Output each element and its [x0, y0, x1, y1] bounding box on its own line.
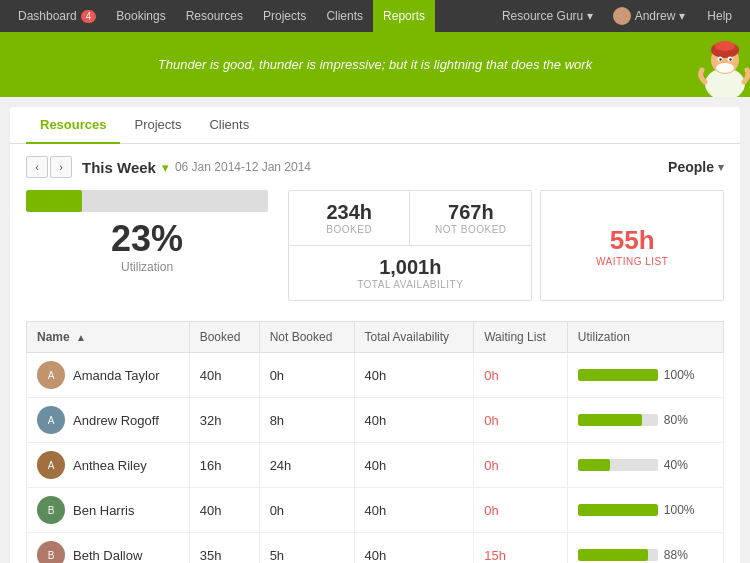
sort-icon: ▲	[76, 332, 86, 343]
svg-point-3	[715, 41, 735, 51]
cell-waiting: 0h	[474, 443, 568, 488]
cell-not-booked: 0h	[259, 488, 354, 533]
utilization-label: Utilization	[26, 260, 268, 274]
table-row: A Andrew Rogoff 32h 8h 40h 0h 80%	[27, 398, 724, 443]
util-pct-label: 88%	[664, 548, 688, 562]
cell-util: 100%	[567, 488, 723, 533]
util-pct-label: 40%	[664, 458, 688, 472]
prev-week-button[interactable]: ‹	[26, 156, 48, 178]
table-row: A Anthea Riley 16h 24h 40h 0h 40%	[27, 443, 724, 488]
tab-resources[interactable]: Resources	[26, 107, 120, 144]
resources-table-wrapper: Name ▲ Booked Not Booked Total Availabil…	[26, 321, 724, 563]
table-row: A Amanda Taylor 40h 0h 40h 0h 100%	[27, 353, 724, 398]
col-util[interactable]: Utilization	[567, 322, 723, 353]
person-name: Ben Harris	[73, 503, 134, 518]
cell-name: B Ben Harris	[27, 488, 190, 533]
cell-total: 40h	[354, 353, 474, 398]
people-dropdown-arrow: ▾	[718, 161, 724, 174]
booked-value: 234h	[303, 201, 395, 224]
cell-booked: 40h	[189, 488, 259, 533]
tab-clients[interactable]: Clients	[195, 107, 263, 144]
util-bar-fill	[578, 549, 648, 561]
cell-waiting: 0h	[474, 353, 568, 398]
util-bar-fill	[578, 369, 658, 381]
util-pct-label: 80%	[664, 413, 688, 427]
next-week-button[interactable]: ›	[50, 156, 72, 178]
util-bar-track	[578, 504, 658, 516]
user-menu[interactable]: Andrew ▾	[605, 7, 694, 25]
not-booked-label: NOT BOOKED	[424, 224, 517, 235]
cell-booked: 35h	[189, 533, 259, 564]
cell-not-booked: 8h	[259, 398, 354, 443]
week-dropdown[interactable]: ▾	[162, 160, 169, 175]
col-total[interactable]: Total Availability	[354, 322, 474, 353]
utilization-percent: 23%	[26, 218, 268, 260]
svg-point-7	[729, 58, 731, 60]
cell-booked: 40h	[189, 353, 259, 398]
col-waiting[interactable]: Waiting List	[474, 322, 568, 353]
nav-clients[interactable]: Clients	[316, 0, 373, 32]
cell-util: 80%	[567, 398, 723, 443]
nav-reports[interactable]: Reports	[373, 0, 435, 32]
person-name: Anthea Riley	[73, 458, 147, 473]
cell-name: A Amanda Taylor	[27, 353, 190, 398]
resources-table: Name ▲ Booked Not Booked Total Availabil…	[26, 321, 724, 563]
nav-projects[interactable]: Projects	[253, 0, 316, 32]
cell-waiting: 0h	[474, 488, 568, 533]
table-row: B Beth Dallow 35h 5h 40h 15h 88%	[27, 533, 724, 564]
cell-util: 40%	[567, 443, 723, 488]
banner: Thunder is good, thunder is impressive; …	[0, 32, 750, 97]
svg-point-6	[719, 58, 721, 60]
cell-name: A Anthea Riley	[27, 443, 190, 488]
nav-bookings[interactable]: Bookings	[106, 0, 175, 32]
total-stat: 1,001h TOTAL AVAILABILITY	[289, 246, 531, 300]
person-name: Beth Dallow	[73, 548, 142, 563]
waiting-value: 55h	[610, 225, 655, 256]
cell-total: 40h	[354, 533, 474, 564]
person-avatar: A	[37, 406, 65, 434]
waiting-label: WAITING LIST	[596, 256, 668, 267]
booked-stat: 234h BOOKED	[289, 191, 410, 246]
util-pct-label: 100%	[664, 503, 695, 517]
person-name: Andrew Rogoff	[73, 413, 159, 428]
util-bar-fill	[578, 414, 642, 426]
svg-point-8	[716, 63, 734, 73]
not-booked-stat: 767h NOT BOOKED	[410, 191, 531, 246]
mascot-icon	[670, 32, 750, 97]
booked-label: BOOKED	[303, 224, 395, 235]
nav-help[interactable]: Help	[697, 0, 742, 32]
cell-total: 40h	[354, 398, 474, 443]
cell-booked: 32h	[189, 398, 259, 443]
person-avatar: A	[37, 451, 65, 479]
dashboard-badge: 4	[81, 10, 97, 23]
cell-util: 88%	[567, 533, 723, 564]
nav-resources[interactable]: Resources	[176, 0, 253, 32]
week-label: This Week	[82, 159, 156, 176]
date-range: 06 Jan 2014-12 Jan 2014	[175, 160, 311, 174]
toolbar: ‹ › This Week ▾ 06 Jan 2014-12 Jan 2014 …	[10, 144, 740, 190]
tab-projects[interactable]: Projects	[120, 107, 195, 144]
cell-waiting: 15h	[474, 533, 568, 564]
cell-not-booked: 5h	[259, 533, 354, 564]
cell-not-booked: 0h	[259, 353, 354, 398]
waiting-stat: 55h WAITING LIST	[540, 190, 724, 301]
person-avatar: A	[37, 361, 65, 389]
person-avatar: B	[37, 496, 65, 524]
booking-stats: 234h BOOKED 767h NOT BOOKED 1,001h TOTAL…	[288, 190, 532, 301]
stats-section: 23% Utilization 234h BOOKED 767h NOT BOO…	[26, 190, 724, 301]
table-row: B Ben Harris 40h 0h 40h 0h 100%	[27, 488, 724, 533]
brand-label[interactable]: Resource Guru ▾	[494, 9, 601, 23]
people-dropdown[interactable]: People ▾	[668, 159, 724, 175]
cell-name: B Beth Dallow	[27, 533, 190, 564]
util-bar-track	[578, 414, 658, 426]
util-pct-label: 100%	[664, 368, 695, 382]
col-booked[interactable]: Booked	[189, 322, 259, 353]
cell-util: 100%	[567, 353, 723, 398]
util-bar-fill	[578, 459, 610, 471]
col-not-booked[interactable]: Not Booked	[259, 322, 354, 353]
col-name[interactable]: Name ▲	[27, 322, 190, 353]
nav-dashboard[interactable]: Dashboard 4	[8, 0, 106, 32]
util-bar-track	[578, 549, 658, 561]
user-avatar	[613, 7, 631, 25]
banner-quote: Thunder is good, thunder is impressive; …	[158, 57, 592, 72]
